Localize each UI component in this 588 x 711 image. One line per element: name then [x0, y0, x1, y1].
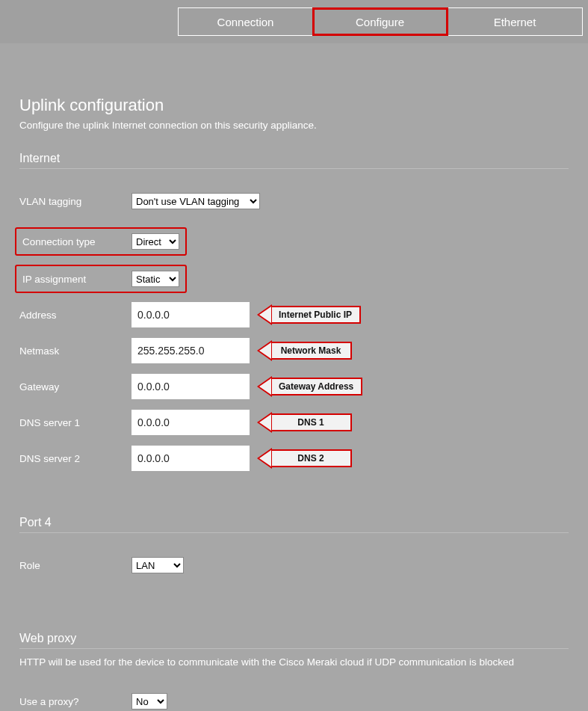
dns2-label: DNS server 2 — [19, 453, 131, 464]
arrow-icon — [257, 448, 272, 469]
vlan-tagging-label: VLAN tagging — [19, 196, 131, 207]
page-title: Uplink configuration — [19, 96, 569, 115]
dns2-input[interactable] — [131, 446, 250, 471]
connection-type-select[interactable]: Direct — [131, 233, 179, 250]
address-input[interactable] — [131, 302, 250, 327]
top-nav: Connection Configure Ethernet — [0, 0, 588, 43]
section-internet-heading: Internet — [19, 152, 569, 169]
dns1-callout-text: DNS 1 — [271, 413, 352, 431]
ip-assignment-highlight: IP assignment Static — [15, 265, 187, 293]
dns2-callout: DNS 2 — [257, 448, 352, 469]
arrow-icon — [257, 412, 272, 433]
use-proxy-select[interactable]: No — [131, 693, 167, 710]
netmask-callout: Network Mask — [257, 340, 352, 361]
content-area: Uplink configuration Configure the uplin… — [0, 43, 588, 711]
ip-assignment-select[interactable]: Static — [131, 271, 179, 287]
address-label: Address — [19, 310, 131, 321]
use-proxy-label: Use a proxy? — [19, 696, 131, 707]
dns1-callout: DNS 1 — [257, 412, 352, 433]
dns1-input[interactable] — [131, 410, 250, 435]
netmask-callout-text: Network Mask — [271, 342, 352, 360]
ip-assignment-label: IP assignment — [19, 274, 131, 285]
netmask-input[interactable] — [131, 338, 250, 363]
vlan-tagging-select[interactable]: Don't use VLAN tagging — [131, 193, 260, 209]
netmask-label: Netmask — [19, 345, 131, 357]
role-label: Role — [19, 560, 131, 571]
section-webproxy-heading: Web proxy — [19, 632, 569, 649]
tab-connection[interactable]: Connection — [179, 8, 313, 35]
webproxy-desc: HTTP will be used for the device to comm… — [19, 656, 569, 668]
connection-type-highlight: Connection type Direct — [15, 227, 187, 256]
address-callout: Internet Public IP — [257, 304, 361, 325]
gateway-callout: Gateway Address — [257, 376, 362, 397]
gateway-label: Gateway — [19, 381, 131, 393]
arrow-icon — [257, 304, 272, 325]
arrow-icon — [257, 340, 272, 361]
dns2-callout-text: DNS 2 — [271, 449, 352, 467]
address-callout-text: Internet Public IP — [271, 306, 361, 324]
dns1-label: DNS server 1 — [19, 417, 131, 428]
section-port4-heading: Port 4 — [19, 516, 569, 533]
gateway-input[interactable] — [131, 374, 250, 399]
page-subtitle: Configure the uplink Internet connection… — [19, 120, 569, 131]
tab-bar: Connection Configure Ethernet — [178, 7, 583, 36]
gateway-callout-text: Gateway Address — [271, 378, 362, 395]
tab-configure[interactable]: Configure — [313, 8, 448, 35]
role-select[interactable]: LAN — [131, 557, 184, 573]
arrow-icon — [257, 376, 272, 397]
tab-ethernet[interactable]: Ethernet — [448, 8, 582, 35]
connection-type-label: Connection type — [19, 236, 131, 247]
